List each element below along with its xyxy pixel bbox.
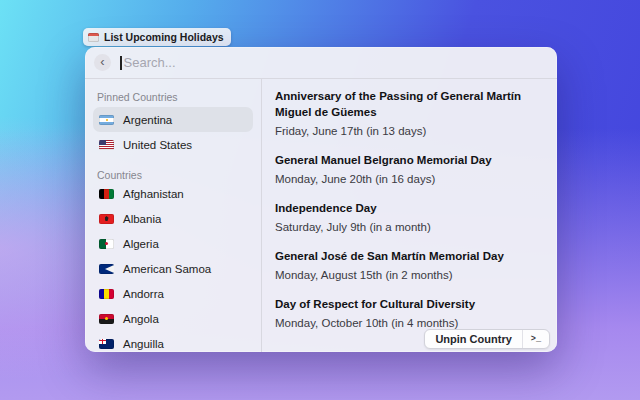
chevron-left-icon: ‹ (100, 55, 104, 68)
holiday-title: Day of Respect for Cultural Diversity (275, 296, 545, 312)
action-buttons: Unpin Country >_ (424, 329, 550, 349)
section-label-pinned: Pinned Countries (93, 85, 253, 103)
command-chip[interactable]: List Upcoming Holidays (83, 28, 231, 46)
holiday-entry: General Manuel Belgrano Memorial Day Mon… (275, 152, 545, 187)
sidebar-item-anguilla[interactable]: Anguilla (93, 331, 253, 352)
argentina-flag-icon (99, 115, 114, 125)
american-samoa-flag-icon (99, 264, 114, 274)
holiday-date: Friday, June 17th (in 13 days) (275, 124, 545, 139)
holiday-title: General José de San Martín Memorial Day (275, 248, 545, 264)
sidebar-item-label: Afghanistan (123, 188, 184, 200)
window-body: Pinned Countries Argentina United States… (85, 79, 557, 352)
holiday-title: Independence Day (275, 200, 545, 216)
unpin-country-button[interactable]: Unpin Country (425, 330, 522, 348)
holiday-title: General Manuel Belgrano Memorial Day (275, 152, 545, 168)
afghanistan-flag-icon (99, 189, 114, 199)
sidebar-item-label: American Samoa (123, 263, 211, 275)
sidebar-item-algeria[interactable]: Algeria (93, 231, 253, 256)
sidebar-item-label: Anguilla (123, 338, 164, 350)
sidebar-item-argentina[interactable]: Argentina (93, 107, 253, 132)
section-label-countries: Countries (93, 163, 253, 181)
albania-flag-icon (99, 214, 114, 224)
holiday-entry: Independence Day Saturday, July 9th (in … (275, 200, 545, 235)
holiday-entry: Anniversary of the Passing of General Ma… (275, 88, 545, 139)
sidebar-item-label: Algeria (123, 238, 159, 250)
sidebar-item-label: Andorra (123, 288, 164, 300)
back-button[interactable]: ‹ (94, 54, 111, 71)
sidebar-item-label: Argentina (123, 114, 172, 126)
holiday-date: Monday, August 15th (in 2 months) (275, 268, 545, 283)
calendar-icon (88, 33, 99, 42)
angola-flag-icon (99, 314, 114, 324)
launcher-window: ‹ Search... Pinned Countries Argentina U… (85, 47, 557, 352)
holiday-list: Anniversary of the Passing of General Ma… (262, 79, 557, 352)
desktop-background: List Upcoming Holidays ‹ Search... Pinne… (0, 0, 640, 400)
sidebar-item-angola[interactable]: Angola (93, 306, 253, 331)
holiday-date: Monday, June 20th (in 16 days) (275, 172, 545, 187)
command-chip-label: List Upcoming Holidays (104, 31, 224, 43)
holiday-entry: Day of Respect for Cultural Diversity Mo… (275, 296, 545, 331)
sidebar-item-label: Albania (123, 213, 161, 225)
sidebar-item-label: Angola (123, 313, 159, 325)
sidebar-item-united-states[interactable]: United States (93, 132, 253, 157)
search-bar: ‹ Search... (85, 47, 557, 79)
andorra-flag-icon (99, 289, 114, 299)
text-caret (120, 56, 122, 70)
algeria-flag-icon (99, 239, 114, 249)
united-states-flag-icon (99, 140, 114, 150)
holiday-title: Anniversary of the Passing of General Ma… (275, 88, 545, 120)
sidebar-item-andorra[interactable]: Andorra (93, 281, 253, 306)
country-sidebar: Pinned Countries Argentina United States… (85, 79, 262, 352)
sidebar-item-albania[interactable]: Albania (93, 206, 253, 231)
holiday-entry: General José de San Martín Memorial Day … (275, 248, 545, 283)
search-input[interactable]: Search... (124, 55, 176, 70)
holiday-date: Saturday, July 9th (in a month) (275, 220, 545, 235)
terminal-prompt-icon[interactable]: >_ (523, 330, 549, 348)
sidebar-item-american-samoa[interactable]: American Samoa (93, 256, 253, 281)
anguilla-flag-icon (99, 339, 114, 349)
sidebar-item-afghanistan[interactable]: Afghanistan (93, 181, 253, 206)
sidebar-item-label: United States (123, 139, 192, 151)
